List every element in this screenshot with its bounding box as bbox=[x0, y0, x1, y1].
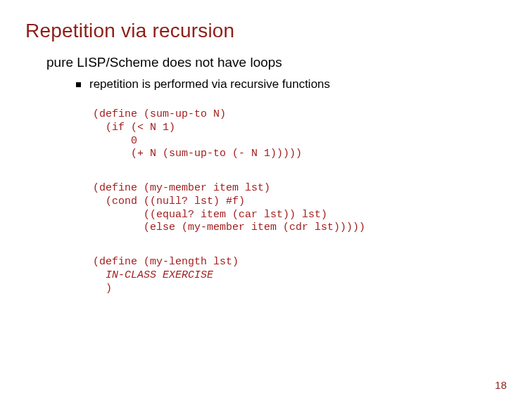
code-line: (define (my-length lst) bbox=[93, 256, 239, 268]
code-block-sum-up-to: (define (sum-up-to N) (if (< N 1) 0 (+ N… bbox=[93, 108, 507, 161]
code-block-my-length: (define (my-length lst) IN-CLASS EXERCIS… bbox=[93, 256, 507, 295]
slide: Repetition via recursion pure LISP/Schem… bbox=[0, 0, 532, 405]
slide-subtitle: pure LISP/Scheme does not have loops bbox=[46, 55, 507, 70]
page-number: 18 bbox=[495, 379, 507, 391]
bullet-item: repetition is performed via recursive fu… bbox=[76, 77, 507, 91]
code-block-my-member: (define (my-member item lst) (cond ((nul… bbox=[93, 182, 507, 235]
bullet-text: repetition is performed via recursive fu… bbox=[89, 77, 330, 91]
code-line-exercise: IN-CLASS EXERCISE bbox=[93, 269, 213, 281]
slide-title: Repetition via recursion bbox=[25, 20, 507, 42]
code-line: ) bbox=[93, 283, 112, 295]
bullet-square-icon bbox=[76, 82, 81, 87]
